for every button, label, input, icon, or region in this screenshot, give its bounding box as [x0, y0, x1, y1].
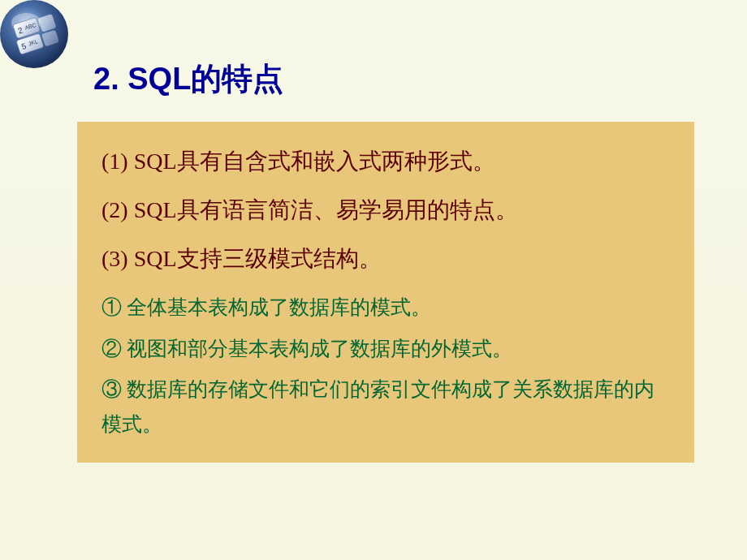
point-1: (1) SQL具有自含式和嵌入式两种形式。	[101, 144, 670, 179]
subpoint-3: ③ 数据库的存储文件和它们的索引文件构成了关系数据库的内模式。	[101, 373, 670, 442]
subpoint-1: ① 全体基本表构成了数据库的模式。	[101, 291, 670, 325]
point-2: (2) SQL具有语言简洁、易学易用的特点。	[101, 193, 670, 227]
subpoint-2: ② 视图和部分基本表构成了数据库的外模式。	[101, 332, 670, 367]
slide-title: 2. SQL的特点	[93, 58, 283, 100]
content-box: (1) SQL具有自含式和嵌入式两种形式。 (2) SQL具有语言简洁、易学易用…	[77, 122, 694, 463]
corner-decoration-icon: 2 ABC 5 JKL	[0, 0, 73, 73]
svg-point-0	[0, 0, 68, 68]
point-3: (3) SQL支持三级模式结构。	[101, 242, 670, 276]
